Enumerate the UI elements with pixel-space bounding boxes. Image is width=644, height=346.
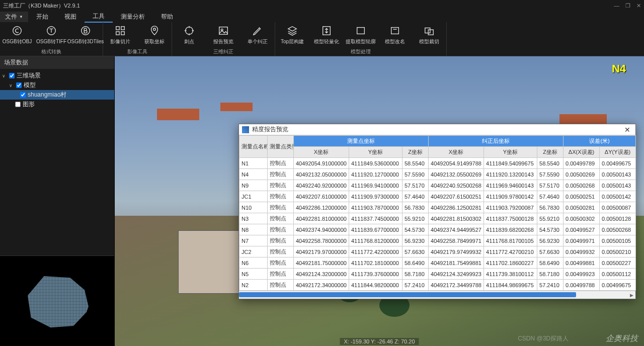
menu-start[interactable]: 开始 xyxy=(28,12,56,22)
cell-t: 控制点 xyxy=(268,158,294,169)
hdr-x2[interactable]: X坐标 xyxy=(429,147,484,158)
table-row[interactable]: N3控制点40492281.810000004111837.7450000055… xyxy=(239,213,636,224)
table-row[interactable]: N10控制点40492286.120000004111903.787000005… xyxy=(239,202,636,213)
hdr-dy[interactable]: ΔY(Y误差) xyxy=(600,147,636,158)
cell-dx: 0.00499923 xyxy=(564,269,600,280)
close-window-button[interactable]: ✕ xyxy=(636,3,641,9)
cell-dy: 0.00500210 xyxy=(600,246,636,257)
accuracy-report-dialog: 精度报告预览 ✕ 测量点名称 测量点类型 测量点坐标 纠正后坐标 误差(米) xyxy=(238,124,636,299)
cell-y2: 4111837.75000128 xyxy=(484,213,537,224)
hdr-x1[interactable]: X坐标 xyxy=(294,147,349,158)
tool-contour[interactable]: 提取模型轮廓 xyxy=(344,22,378,48)
hdr-y1[interactable]: Y坐标 xyxy=(349,147,403,158)
cell-n: N7 xyxy=(239,235,268,246)
tiles-icon xyxy=(115,25,126,36)
cell-x2: 40492181.75499881 xyxy=(429,257,484,269)
cell-y2: 4111768.81700105 xyxy=(484,235,537,246)
cell-z1: 57.5170 xyxy=(403,180,429,191)
cell-x2: 40492374.94499527 xyxy=(429,224,484,235)
point-label-overlay: N4 xyxy=(612,62,626,75)
chk-village[interactable] xyxy=(20,92,26,98)
table-row[interactable]: JC2控制点40492179.970000004111772.422000005… xyxy=(239,246,636,257)
tool-osgb-tiff[interactable]: OSGB转TIFF xyxy=(34,22,68,48)
table-row[interactable]: N7控制点40492258.780000004111768.8120000056… xyxy=(239,235,636,246)
cell-dy: 0.00500112 xyxy=(600,269,636,280)
viewport-3d[interactable]: N4 00:09 X: -159.30 Y: -26.46 Z: 70.20 C… xyxy=(115,56,644,346)
cell-n: N9 xyxy=(239,180,268,191)
tool-image-slice[interactable]: 影像切片 xyxy=(103,22,137,48)
menu-help[interactable]: 帮助 xyxy=(153,12,181,22)
cell-z2: 57.5590 xyxy=(537,169,564,180)
cell-dy: 0.00499675 xyxy=(600,280,636,291)
chk-graphic[interactable] xyxy=(15,102,21,107)
cell-y2: 4111909.97800142 xyxy=(484,191,537,202)
tree-model[interactable]: ∨模型 xyxy=(0,80,114,90)
svg-point-8 xyxy=(186,27,193,34)
scroll-thumb[interactable] xyxy=(239,292,576,297)
hdr-y2[interactable]: Y坐标 xyxy=(484,147,537,158)
dialog-hscrollbar[interactable]: ◀ ▶ xyxy=(239,291,635,299)
table-row[interactable]: JC1控制点40492207.610000004111909.973000005… xyxy=(239,191,636,202)
tool-osgb-3dtiles[interactable]: OSGB转3DTiles xyxy=(68,22,103,48)
menubar: 文件▼ 开始 视图 工具 测量分析 帮助 xyxy=(0,11,644,22)
table-row[interactable]: N2控制点40492172.340000004111844.9820000057… xyxy=(239,280,636,291)
tool-lightweight[interactable]: 模型轻量化 xyxy=(309,22,344,48)
dialog-close-button[interactable]: ✕ xyxy=(622,126,632,134)
tool-top-build[interactable]: Top层构建 xyxy=(275,22,309,48)
tree-graphic[interactable]: 图形 xyxy=(0,100,114,109)
table-row[interactable]: N9控制点40492240.920000004111969.9410000057… xyxy=(239,180,636,191)
dialog-titlebar[interactable]: 精度报告预览 ✕ xyxy=(239,124,635,135)
menu-view[interactable]: 视图 xyxy=(56,12,85,22)
cell-x2: 40492286.12500281 xyxy=(429,202,484,213)
tool-crop[interactable]: 模型裁切 xyxy=(412,22,446,48)
maximize-button[interactable]: ❐ xyxy=(625,3,630,9)
chevron-down-icon: ▼ xyxy=(19,15,23,19)
chk-model[interactable] xyxy=(16,82,22,88)
menu-tool[interactable]: 工具 xyxy=(85,11,113,23)
hdr-name[interactable]: 测量点名称 xyxy=(239,136,268,158)
hdr-z2[interactable]: Z坐标 xyxy=(537,147,564,158)
cell-z1: 56.9230 xyxy=(403,235,429,246)
svg-point-0 xyxy=(13,26,22,35)
cell-z2: 58.5540 xyxy=(537,158,564,169)
tree-village[interactable]: shuangmiao村 xyxy=(0,90,114,100)
cell-dy: 0.00499675 xyxy=(600,158,636,169)
scene-tree: ∨三维场景 ∨模型 shuangmiao村 图形 xyxy=(0,69,114,111)
tree-root[interactable]: ∨三维场景 xyxy=(0,71,114,80)
hdr-z1[interactable]: Z坐标 xyxy=(403,147,429,158)
tool-prick-point[interactable]: 刺点 xyxy=(172,22,206,48)
cell-dy: 0.00500105 xyxy=(600,235,636,246)
cell-z2: 56.9230 xyxy=(537,235,564,246)
minimize-button[interactable]: — xyxy=(614,3,619,9)
table-row[interactable]: N8控制点40492374.940000004111839.6770000054… xyxy=(239,224,636,235)
chk-root[interactable] xyxy=(9,73,15,78)
hdr-type[interactable]: 测量点类型 xyxy=(268,136,294,158)
minimap[interactable] xyxy=(25,274,90,329)
menu-file[interactable]: 文件▼ xyxy=(0,12,28,22)
table-row[interactable]: N6控制点40492181.750000004111702.1810000058… xyxy=(239,257,636,269)
svg-rect-6 xyxy=(121,31,124,34)
tool-report-preview[interactable]: 报告预览 xyxy=(206,22,240,48)
tool-rename[interactable]: 模型改名 xyxy=(378,22,412,48)
cell-n: N5 xyxy=(239,269,268,280)
cell-x1: 40492181.75000000 xyxy=(294,257,349,269)
table-row[interactable]: N1控制点40492054.910000004111849.5360000058… xyxy=(239,158,636,169)
tool-get-coord[interactable]: 获取坐标 xyxy=(137,22,172,48)
scroll-right-icon[interactable]: ▶ xyxy=(627,291,635,299)
coord-readout: X: -159.30 Y: -26.46 Z: 70.20 xyxy=(340,338,419,345)
convert-c-icon xyxy=(12,25,23,36)
cell-dx: 0.00499788 xyxy=(564,280,600,291)
svg-rect-5 xyxy=(116,31,119,34)
cell-x1: 40492286.12000000 xyxy=(294,202,349,213)
cell-z1: 54.5730 xyxy=(403,224,429,235)
hdr-corrected: 纠正后坐标 xyxy=(429,136,564,147)
table-row[interactable]: N4控制点40492132.050000004111920.1270000057… xyxy=(239,169,636,180)
cell-z1: 57.4640 xyxy=(403,191,429,202)
svg-rect-14 xyxy=(425,28,430,33)
titlebar: 三维工厂（K3D Maker）V2.9.1 — ❐ ✕ xyxy=(0,0,644,11)
tool-osgb-obj[interactable]: OSGB转OBJ xyxy=(0,22,34,48)
table-row[interactable]: N5控制点40492124.320000004111739.3760000058… xyxy=(239,269,636,280)
menu-measure[interactable]: 测量分析 xyxy=(113,12,153,22)
tool-single-correct[interactable]: 单个纠正 xyxy=(240,22,275,48)
hdr-dx[interactable]: ΔX(X误差) xyxy=(564,147,600,158)
